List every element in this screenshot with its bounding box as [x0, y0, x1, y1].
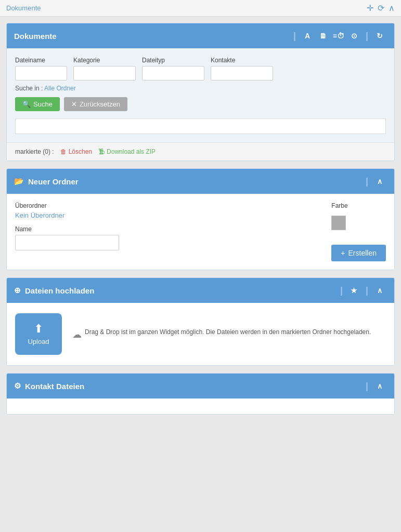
- hochladen-collapse-icon[interactable]: ∧: [372, 283, 387, 298]
- farbe-swatch[interactable]: [331, 216, 346, 230]
- neuer-ordner-header-right: | ∧: [365, 174, 387, 189]
- header-tool-icons: A 🗎 ≡⏱ ⊙: [300, 29, 361, 43]
- dateiname-field: Dateiname: [15, 57, 67, 81]
- kategorie-field: Kategorie: [73, 57, 136, 81]
- neuer-ordner-header: 📂 Neuer Ordner | ∧: [7, 169, 394, 194]
- folder-icon: 📂: [14, 177, 24, 186]
- kontakt-collapse-icon[interactable]: ∧: [372, 379, 387, 393]
- loeschen-label: Löschen: [69, 148, 92, 155]
- kontakt-dateien-widget: ⚙ Kontakt Dateien | ∧: [6, 373, 395, 415]
- text-icon[interactable]: A: [300, 29, 315, 43]
- dateityp-label: Dateityp: [142, 57, 204, 64]
- upload-button[interactable]: ⬆ Upload: [15, 313, 62, 355]
- main-content: Dokumente | A 🗎 ≡⏱ ⊙ | ↻ Dateiname: [0, 17, 401, 421]
- dateiname-input[interactable]: [15, 66, 67, 81]
- list-clock-icon[interactable]: ≡⏱: [331, 29, 346, 43]
- ordner-grid: Überordner Kein Überordner Name Farbe + …: [15, 202, 386, 261]
- markierte-row: markierte (0) : 🗑 Löschen 🗜 Download als…: [7, 142, 394, 161]
- suche-button[interactable]: 🔍 Suche: [15, 97, 60, 111]
- kein-ueberordner-link[interactable]: Kein Überordner: [15, 211, 311, 219]
- hochladen-description: ☁ Drag & Drop ist im ganzen Widget mögli…: [72, 328, 371, 340]
- loeschen-button[interactable]: 🗑 Löschen: [60, 148, 92, 155]
- neuer-ordner-collapse-icon[interactable]: ∧: [372, 174, 387, 189]
- dokumente-header: Dokumente | A 🗎 ≡⏱ ⊙ | ↻: [7, 23, 394, 48]
- kategorie-input[interactable]: [73, 66, 136, 81]
- doc-icon[interactable]: 🗎: [316, 29, 330, 43]
- dateityp-field: Dateityp: [142, 57, 204, 81]
- kategorie-label: Kategorie: [73, 57, 136, 64]
- kontakt-dateien-header-right: | ∧: [365, 379, 387, 393]
- neuer-ordner-body: Überordner Kein Überordner Name Farbe + …: [7, 194, 394, 270]
- kontakt-dateien-header-left: ⚙ Kontakt Dateien: [14, 381, 84, 391]
- kontakt-dateien-header: ⚙ Kontakt Dateien | ∧: [7, 374, 394, 398]
- upload-circle-icon: ⊕: [14, 286, 21, 295]
- kontakte-field: Kontakte: [211, 57, 273, 81]
- collapse-icon[interactable]: ∧: [389, 3, 395, 13]
- header-separator: |: [293, 31, 296, 42]
- erstellen-label: Erstellen: [348, 249, 377, 257]
- kontakt-body: [7, 398, 394, 414]
- erstellen-button[interactable]: + Erstellen: [331, 245, 386, 261]
- dokumente-header-left: Dokumente: [14, 32, 57, 41]
- dateien-hochladen-title: Dateien hochladen: [25, 286, 94, 295]
- suche-label: Suche: [33, 100, 53, 108]
- markierte-label: markierte (0) :: [15, 148, 54, 155]
- name-label: Name: [15, 225, 311, 233]
- suche-in: Suche in : Alle Ordner: [15, 85, 386, 92]
- download-zip-label: Download als ZIP: [107, 148, 156, 155]
- top-bar: Dokumente ✛ ⟳ ∧: [0, 0, 401, 17]
- dateien-hochladen-header: ⊕ Dateien hochladen | ★ | ∧: [7, 278, 394, 303]
- dateiname-label: Dateiname: [15, 57, 67, 64]
- alle-ordner-link[interactable]: Alle Ordner: [44, 85, 76, 92]
- search-icon: 🔍: [22, 100, 31, 108]
- download-zip-button[interactable]: 🗜 Download als ZIP: [98, 148, 156, 155]
- zip-icon: 🗜: [98, 148, 105, 155]
- farbe-label: Farbe: [331, 202, 347, 209]
- cloud-icon: ☁: [72, 329, 82, 340]
- hochladen-separator: |: [340, 285, 343, 296]
- filter-row: Dateiname Kategorie Dateityp Kontakte: [15, 57, 386, 81]
- kontakt-icon: ⚙: [14, 381, 21, 391]
- ordner-right: Farbe + Erstellen: [331, 202, 386, 261]
- kontakte-input[interactable]: [211, 66, 273, 81]
- kontakte-label: Kontakte: [211, 57, 273, 64]
- star-icon[interactable]: ★: [347, 283, 361, 298]
- dateien-hochladen-header-left: ⊕ Dateien hochladen: [14, 286, 94, 295]
- neuer-ordner-separator: |: [366, 176, 368, 187]
- zuruecksetzen-label: Zurücksetzen: [80, 100, 120, 108]
- hochladen-separator2: |: [366, 285, 368, 296]
- dateien-hochladen-widget: ⊕ Dateien hochladen | ★ | ∧ ⬆ Upload ☁ D…: [6, 277, 395, 366]
- kontakt-separator: |: [366, 381, 368, 392]
- upload-label: Upload: [28, 338, 49, 345]
- neuer-ordner-widget: 📂 Neuer Ordner | ∧ Überordner Kein Übero…: [6, 168, 395, 270]
- add-icon[interactable]: ✛: [367, 3, 373, 13]
- dokumente-header-right: | A 🗎 ≡⏱ ⊙ | ↻: [292, 29, 387, 43]
- upload-arrow-icon: ⬆: [34, 323, 43, 335]
- neuer-ordner-header-left: 📂 Neuer Ordner: [14, 177, 79, 186]
- clock-icon[interactable]: ⊙: [347, 29, 361, 43]
- name-input[interactable]: [15, 235, 119, 250]
- dokumente-widget: Dokumente | A 🗎 ≡⏱ ⊙ | ↻ Dateiname: [6, 23, 395, 161]
- btn-row: 🔍 Suche ✕ Zurücksetzen: [15, 97, 386, 111]
- top-bar-title: Dokumente: [6, 4, 41, 12]
- results-area: [15, 118, 386, 134]
- suche-in-label: Suche in :: [15, 85, 43, 92]
- dokumente-body: Dateiname Kategorie Dateityp Kontakte: [7, 48, 394, 142]
- dateien-hochladen-header-right: | ★ | ∧: [339, 283, 387, 298]
- ordner-left: Überordner Kein Überordner Name: [15, 202, 311, 250]
- refresh-header-icon[interactable]: ↻: [372, 29, 387, 43]
- plus-icon: +: [341, 249, 345, 257]
- kontakt-dateien-title: Kontakt Dateien: [25, 382, 84, 391]
- ueberordner-label: Überordner: [15, 202, 311, 209]
- top-bar-actions: ✛ ⟳ ∧: [367, 3, 395, 13]
- drag-drop-text: Drag & Drop ist im ganzen Widget möglich…: [85, 328, 371, 336]
- dokumente-title: Dokumente: [14, 32, 57, 41]
- neuer-ordner-title: Neuer Ordner: [28, 177, 79, 186]
- zuruecksetzen-button[interactable]: ✕ Zurücksetzen: [64, 97, 127, 111]
- times-icon: ✕: [71, 100, 77, 108]
- trash-icon: 🗑: [60, 148, 67, 155]
- hochladen-body: ⬆ Upload ☁ Drag & Drop ist im ganzen Wid…: [7, 303, 394, 365]
- dateityp-input[interactable]: [142, 66, 204, 81]
- refresh-icon[interactable]: ⟳: [378, 3, 384, 13]
- header-separator2: |: [366, 31, 368, 42]
